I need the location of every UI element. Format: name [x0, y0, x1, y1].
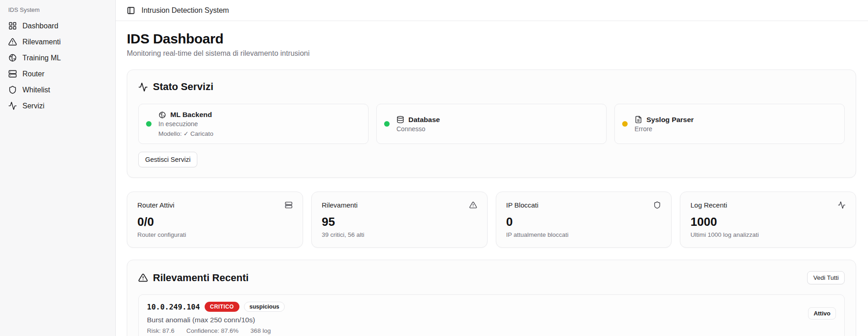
status-dot [622, 121, 628, 127]
category-badge: suspicious [244, 302, 285, 312]
stat-card-log-recenti: Log Recenti 1000 Ultimi 1000 log analizz… [680, 192, 856, 248]
shield-icon [8, 85, 17, 94]
services-card-title: Stato Servizi [153, 81, 213, 93]
service-name: Syslog Parser [646, 116, 694, 124]
database-icon [396, 116, 404, 123]
activity-icon [838, 201, 846, 209]
brain-icon [8, 53, 17, 62]
stat-card-ip-bloccati: IP Bloccati 0 IP attualmente bloccati [496, 192, 672, 248]
brain-icon [158, 111, 166, 119]
detections-card-heading: Rilevamenti Recenti [138, 272, 249, 284]
sidebar-item-label: Training ML [22, 54, 61, 62]
activity-icon [8, 101, 17, 110]
service-status: Errore [635, 125, 694, 133]
stat-title: Router Attivi [137, 201, 174, 209]
sidebar-item-training-ml[interactable]: Training ML [5, 50, 111, 66]
panel-left-icon [127, 6, 135, 15]
stat-title: Log Recenti [690, 201, 727, 209]
stat-title: IP Bloccati [506, 201, 539, 209]
status-dot [146, 121, 152, 127]
detections-card: Rilevamenti Recenti Vedi Tutti 10.0.249.… [127, 260, 856, 336]
stat-value: 1000 [690, 215, 846, 229]
state-badge: Attivo [808, 307, 836, 320]
sidebar-item-rilevamenti[interactable]: Rilevamenti [5, 34, 111, 50]
service-status: Connesso [396, 125, 440, 133]
top-bar: Intrusion Detection System [116, 0, 868, 21]
layout-grid-icon [8, 21, 17, 30]
detection-risk: Risk: 87.6 [147, 327, 174, 334]
server-icon [285, 201, 293, 209]
sidebar-nav: Dashboard Rilevamenti Training ML Router… [5, 18, 111, 114]
detection-row[interactable]: 10.0.249.104 CRITICO suspicious Burst an… [138, 294, 845, 336]
services-card: Stato Servizi ML Backend In esecuzione M… [127, 69, 856, 178]
stat-caption: 39 critici, 56 alti [322, 231, 477, 238]
server-icon [8, 69, 17, 78]
sidebar: IDS System Dashboard Rilevamenti Trainin… [0, 0, 116, 336]
app-title: Intrusion Detection System [141, 6, 229, 15]
sidebar-item-dashboard[interactable]: Dashboard [5, 18, 111, 34]
services-card-heading: Stato Servizi [138, 81, 845, 93]
alert-triangle-icon [8, 37, 17, 46]
severity-badge: CRITICO [205, 302, 239, 312]
sidebar-brand: IDS System [5, 5, 111, 18]
sidebar-item-whitelist[interactable]: Whitelist [5, 82, 111, 98]
alert-triangle-icon [138, 273, 148, 283]
page-content: IDS Dashboard Monitoring real-time del s… [116, 21, 868, 336]
service-status: In esecuzione [158, 120, 213, 128]
service-item-database: Database Connesso [376, 104, 607, 144]
detection-meta: Risk: 87.6 Confidence: 87.6% 368 log [147, 327, 285, 334]
shield-icon [653, 201, 661, 209]
service-item-ml-backend: ML Backend In esecuzione Modello: ✓ Cari… [138, 104, 369, 144]
view-all-button[interactable]: Vedi Tutti [807, 271, 845, 284]
stat-value: 0 [506, 215, 662, 229]
stat-title: Rilevamenti [322, 201, 358, 209]
service-name: ML Backend [170, 111, 212, 119]
stat-value: 95 [322, 215, 477, 229]
stat-caption: Router configurati [137, 231, 293, 238]
main-area: Intrusion Detection System IDS Dashboard… [116, 0, 868, 336]
sidebar-item-label: Rilevamenti [22, 38, 61, 46]
service-name: Database [408, 116, 440, 124]
stat-card-router-attivi: Router Attivi 0/0 Router configurati [127, 192, 303, 248]
stat-value: 0/0 [137, 215, 293, 229]
sidebar-toggle-button[interactable] [127, 6, 135, 15]
alert-triangle-icon [469, 201, 477, 209]
sidebar-item-label: Router [22, 70, 44, 78]
page-subtitle: Monitoring real-time del sistema di rile… [127, 49, 856, 58]
detection-confidence: Confidence: 87.6% [186, 327, 239, 334]
status-dot [384, 121, 390, 127]
sidebar-item-label: Whitelist [22, 86, 50, 94]
sidebar-item-label: Dashboard [22, 22, 58, 30]
manage-services-button[interactable]: Gestisci Servizi [138, 152, 197, 167]
stat-caption: Ultimi 1000 log analizzati [690, 231, 846, 238]
activity-icon [138, 82, 148, 92]
detection-ip: 10.0.249.104 [147, 303, 200, 311]
stat-card-rilevamenti: Rilevamenti 95 39 critici, 56 alti [311, 192, 488, 248]
detection-log-count: 368 log [250, 327, 271, 334]
sidebar-item-label: Servizi [22, 102, 44, 110]
page-title: IDS Dashboard [127, 31, 856, 47]
services-grid: ML Backend In esecuzione Modello: ✓ Cari… [138, 104, 845, 144]
file-text-icon [635, 116, 642, 123]
sidebar-item-router[interactable]: Router [5, 66, 111, 82]
stat-caption: IP attualmente bloccati [506, 231, 662, 238]
service-item-syslog-parser: Syslog Parser Errore [614, 104, 845, 144]
sidebar-item-servizi[interactable]: Servizi [5, 98, 111, 114]
service-detail: Modello: ✓ Caricato [158, 130, 213, 137]
detections-card-title: Rilevamenti Recenti [153, 272, 249, 284]
stats-grid: Router Attivi 0/0 Router configurati Ril… [127, 192, 856, 248]
detection-description: Burst anomali (max 250 conn/10s) [147, 316, 285, 324]
